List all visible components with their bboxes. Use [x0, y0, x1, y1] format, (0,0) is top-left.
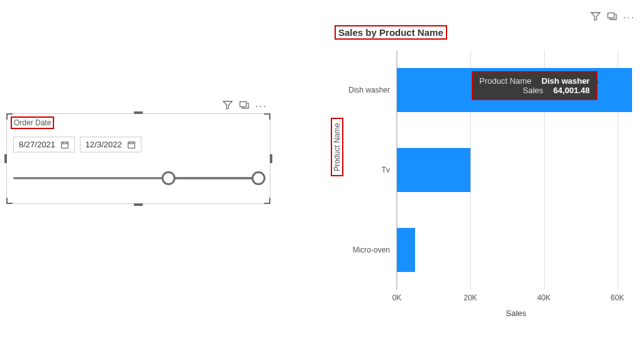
focus-mode-icon[interactable] — [607, 11, 617, 23]
sales-by-product-chart: ··· Sales by Product Name Product Name S… — [333, 25, 635, 327]
focus-mode-icon[interactable] — [239, 100, 249, 112]
resize-handle[interactable] — [6, 113, 13, 120]
filter-icon[interactable] — [591, 11, 601, 23]
chart-title: Sales by Product Name — [335, 25, 447, 40]
tooltip-key: Sales — [479, 86, 543, 95]
svg-rect-0 — [240, 102, 246, 107]
resize-handle[interactable] — [134, 111, 143, 114]
data-tooltip: Product Name Dish washer Sales 64,001.48 — [472, 71, 597, 100]
x-tick-label: 60K — [611, 293, 624, 302]
date-range-row: 8/27/2021 12/3/2022 — [13, 137, 142, 152]
bar-tv[interactable] — [397, 148, 470, 192]
calendar-icon — [60, 140, 69, 149]
resize-handle[interactable] — [134, 203, 143, 206]
slicer-visual-header: ··· — [223, 100, 267, 112]
category-label: Dish washer — [333, 86, 390, 94]
svg-rect-2 — [128, 142, 135, 148]
x-axis-title: Sales — [506, 309, 526, 318]
slicer-title: Order Date — [11, 116, 54, 129]
date-to-value: 12/3/2022 — [86, 140, 122, 149]
order-date-slicer[interactable]: ··· Order Date 8/27/2021 12/3/2022 — [6, 113, 270, 204]
resize-handle[interactable] — [6, 198, 13, 204]
calendar-icon — [127, 140, 136, 149]
resize-handle[interactable] — [4, 154, 7, 163]
bar-micro-oven[interactable] — [397, 228, 415, 272]
svg-rect-1 — [62, 142, 69, 148]
slider-handle-from[interactable] — [162, 171, 175, 185]
resize-handle[interactable] — [264, 113, 270, 120]
category-label: Tv — [333, 166, 390, 174]
x-tick-label: 40K — [537, 293, 550, 302]
date-from-value: 8/27/2021 — [19, 140, 55, 149]
more-options-icon[interactable]: ··· — [623, 13, 635, 23]
slider-handle-to[interactable] — [252, 171, 265, 185]
resize-handle[interactable] — [270, 154, 272, 163]
svg-rect-3 — [608, 13, 614, 18]
x-tick-label: 20K — [464, 293, 477, 302]
category-label: Micro-oven — [333, 246, 390, 254]
x-tick-label: 0K — [392, 293, 402, 302]
tooltip-key: Product Name — [479, 76, 531, 86]
date-from-input[interactable]: 8/27/2021 — [13, 137, 75, 152]
tooltip-value: 64,001.48 — [553, 86, 590, 95]
tooltip-value: Dish washer — [541, 76, 590, 86]
more-options-icon[interactable]: ··· — [255, 101, 267, 111]
slider-fill — [169, 178, 258, 179]
date-to-input[interactable]: 12/3/2022 — [80, 137, 142, 152]
resize-handle[interactable] — [264, 198, 270, 204]
date-slider[interactable] — [13, 172, 264, 184]
filter-icon[interactable] — [223, 100, 233, 112]
chart-visual-header: ··· — [591, 11, 635, 23]
